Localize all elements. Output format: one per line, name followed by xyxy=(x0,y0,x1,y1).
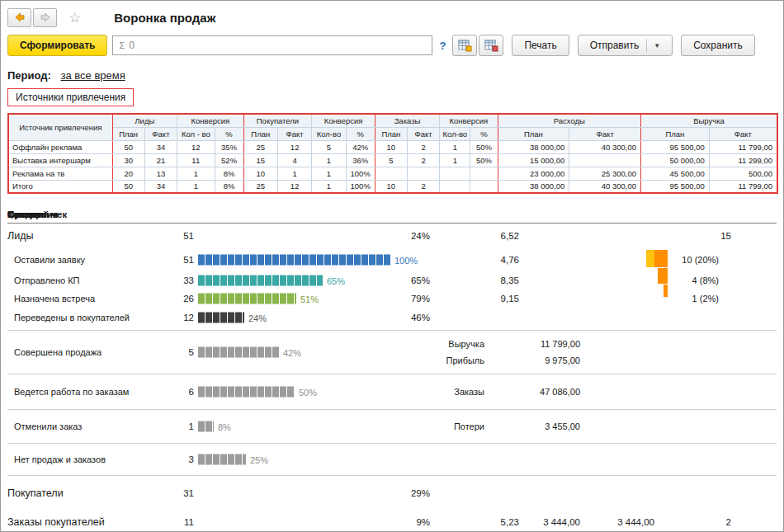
help-link[interactable]: ? xyxy=(439,40,446,52)
table-cell[interactable]: 5 xyxy=(312,140,346,153)
table-cell[interactable]: 1 xyxy=(312,167,346,180)
table-cell[interactable]: 10 xyxy=(375,180,407,193)
table-cell[interactable]: 15 xyxy=(243,153,277,167)
table-cell[interactable]: 500,00 xyxy=(709,167,777,180)
report-settings-button[interactable] xyxy=(479,35,503,56)
table-cell[interactable]: 25 xyxy=(243,140,277,153)
table-cell[interactable]: 11 799,00 xyxy=(709,180,777,193)
table-cell[interactable]: 12 xyxy=(177,140,215,153)
funnel-row[interactable]: Покупатели3129% xyxy=(7,478,777,508)
table-cell[interactable]: 45 500,00 xyxy=(641,167,710,180)
table-cell[interactable]: 50 000,00 xyxy=(641,153,710,167)
table-cell[interactable]: 50 xyxy=(112,180,144,193)
table-cell[interactable]: 8% xyxy=(215,167,243,180)
sum-label: Прибыль xyxy=(413,355,484,365)
sources-table[interactable]: Источник привлеченияЛидыКонверсияПокупат… xyxy=(7,113,778,194)
funnel-row[interactable]: Лиды5124%6,5215 xyxy=(7,224,777,248)
table-cell[interactable]: 2 xyxy=(408,140,440,153)
funnel-state-label: Нет продаж и заказов xyxy=(14,454,106,464)
table-cell[interactable]: 95 500,00 xyxy=(641,180,710,193)
table-cell[interactable]: 2 xyxy=(408,180,440,193)
table-cell[interactable]: 10 xyxy=(243,167,277,180)
table-cell[interactable]: 25 300,00 xyxy=(569,167,641,180)
funnel-row[interactable]: Ведется работа по заказам650%Заказы47 08… xyxy=(7,377,777,407)
table-cell[interactable]: 40 300,00 xyxy=(569,140,641,153)
table-cell[interactable]: 12 xyxy=(277,180,311,193)
period-value-link[interactable]: за все время xyxy=(60,69,125,82)
table-cell[interactable]: 1 xyxy=(312,153,346,167)
group-header: Лиды xyxy=(112,114,177,127)
table-cell[interactable]: 38 000,00 xyxy=(498,140,569,153)
sources-section-cell[interactable]: Источники привлечения xyxy=(7,88,134,106)
table-cell[interactable]: 1 xyxy=(440,140,470,153)
send-button[interactable]: Отправить ▼ xyxy=(578,35,673,56)
table-cell[interactable]: 1 xyxy=(440,153,470,167)
funnel-header-losses: Потери xyxy=(7,210,41,219)
sub-header: % xyxy=(470,127,498,140)
table-cell[interactable]: 35% xyxy=(215,140,243,153)
report-variant-button[interactable] xyxy=(452,35,477,56)
funnel-row[interactable]: Нет продаж и заказов325% xyxy=(7,446,777,473)
table-cell[interactable]: 23 000,00 xyxy=(498,167,569,180)
table-cell[interactable] xyxy=(569,153,641,167)
table-cell[interactable] xyxy=(408,167,440,180)
table-cell[interactable]: 20 xyxy=(112,167,144,180)
table-cell[interactable]: 1 xyxy=(177,180,215,193)
table-cell[interactable]: 4 xyxy=(277,153,311,167)
table-cell[interactable]: 15 000,00 xyxy=(498,153,569,167)
print-button[interactable]: Печать xyxy=(512,35,569,56)
funnel-row[interactable]: Совершена продажа542%Выручка11 799,00При… xyxy=(7,333,777,371)
table-cell[interactable]: 11 xyxy=(177,153,215,167)
funnel-state-label: Переведены в покупателей xyxy=(14,313,130,322)
table-cell[interactable]: 12 xyxy=(277,140,311,153)
back-button[interactable] xyxy=(7,8,31,27)
favorite-star-icon[interactable]: ☆ xyxy=(68,11,81,25)
funnel-row[interactable]: Заказы покупателей119%5,233 444,003 444,… xyxy=(7,508,777,532)
table-cell[interactable]: 10 xyxy=(375,140,407,153)
forward-button[interactable] xyxy=(33,8,57,27)
funnel-bar: 65% xyxy=(198,275,345,286)
table-cell[interactable]: Выставка интершарм xyxy=(8,153,112,167)
table-cell[interactable]: 5 xyxy=(375,153,407,167)
table-cell[interactable]: 30 xyxy=(112,153,144,167)
table-cell[interactable]: Реклама на тв xyxy=(8,167,112,180)
table-cell[interactable]: 25 xyxy=(243,180,277,193)
sub-header: Кол-во xyxy=(440,127,470,140)
sub-header: План xyxy=(375,127,407,140)
generate-button[interactable]: Сформировать xyxy=(7,35,107,56)
table-cell[interactable]: 100% xyxy=(346,180,375,193)
table-cell[interactable]: 36% xyxy=(346,153,375,167)
table-cell[interactable]: 40 300,00 xyxy=(569,180,641,193)
table-cell[interactable]: Итого xyxy=(8,180,112,193)
table-cell[interactable] xyxy=(375,167,407,180)
table-cell[interactable]: 11 299,00 xyxy=(709,153,777,167)
table-cell[interactable]: 42% xyxy=(346,140,375,153)
sum-input[interactable]: Σ 0 xyxy=(112,35,432,55)
table-cell[interactable]: 8% xyxy=(215,180,243,193)
table-cell[interactable] xyxy=(470,167,498,180)
table-cell[interactable] xyxy=(440,180,470,193)
table-cell[interactable]: 34 xyxy=(144,140,177,153)
table-cell[interactable]: 1 xyxy=(277,167,311,180)
table-cell[interactable]: 11 799,00 xyxy=(709,140,777,153)
table-cell[interactable]: 1 xyxy=(177,167,215,180)
table-cell[interactable] xyxy=(440,167,470,180)
table-cell[interactable]: 50% xyxy=(470,140,498,153)
funnel-row[interactable]: Переведены в покупателей1224%46% xyxy=(7,308,777,327)
bar-value-label: 100% xyxy=(394,255,418,265)
save-button[interactable]: Сохранить xyxy=(681,35,755,56)
table-cell[interactable]: 52% xyxy=(215,153,243,167)
funnel-row[interactable]: Отменили заказ18%Потери3 455,00 xyxy=(7,412,777,440)
table-cell[interactable]: 95 500,00 xyxy=(641,140,710,153)
table-cell[interactable]: 34 xyxy=(144,180,177,193)
table-cell[interactable]: 50 xyxy=(112,140,144,153)
table-cell[interactable]: 21 xyxy=(144,153,177,167)
table-cell[interactable] xyxy=(470,180,498,193)
table-cell[interactable]: 1 xyxy=(312,180,346,193)
table-cell[interactable]: 2 xyxy=(408,153,440,167)
table-cell[interactable]: 50% xyxy=(470,153,498,167)
table-cell[interactable]: 100% xyxy=(346,167,375,180)
table-cell[interactable]: 38 000,00 xyxy=(498,180,569,193)
table-cell[interactable]: 13 xyxy=(144,167,177,180)
table-cell[interactable]: Оффлайн реклама xyxy=(8,140,112,153)
